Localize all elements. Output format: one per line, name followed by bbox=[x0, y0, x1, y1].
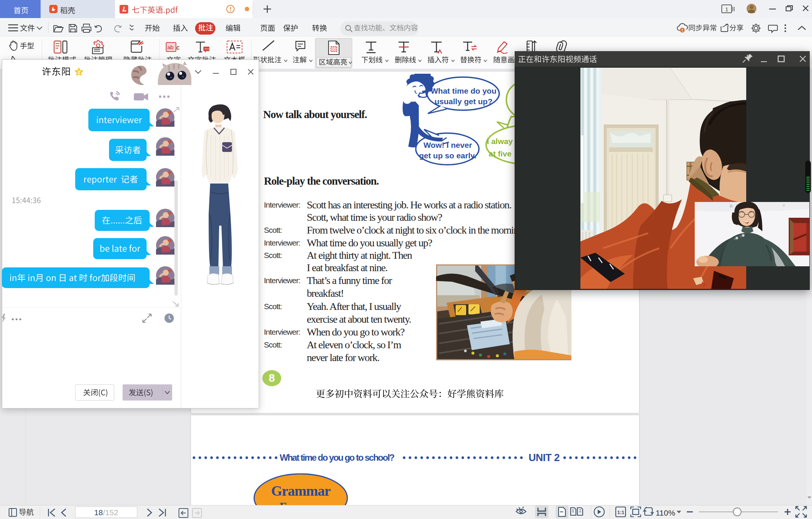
svg-text:1:1: 1:1 bbox=[617, 510, 624, 515]
